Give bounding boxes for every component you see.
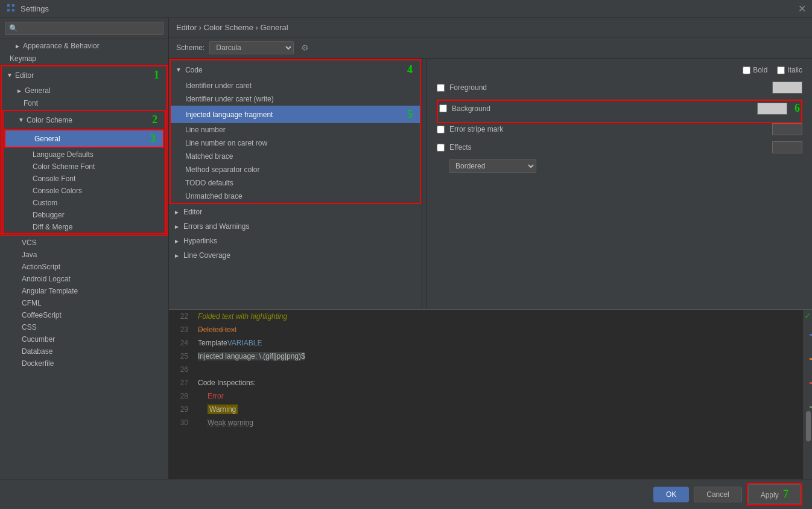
bold-checkbox[interactable] [743, 66, 750, 74]
sidebar-label-general2: General [34, 135, 60, 143]
arrow-icon: ► [14, 43, 21, 50]
effects-row: Effects [437, 141, 802, 153]
preview-line-27: 27 Code Inspections: [169, 376, 804, 389]
background-color-swatch[interactable] [757, 103, 787, 115]
preview-folded-text: Folded text with highlighting [198, 312, 287, 321]
effects-dropdown[interactable]: Bordered Underscored Bold Underscored Un… [449, 159, 536, 173]
error-stripe-color-swatch[interactable] [772, 123, 802, 135]
color-item-identifier-caret[interactable]: Identifier under caret [171, 79, 420, 92]
sidebar-item-colorscheme[interactable]: ▼ Color Scheme 2 [4, 111, 165, 129]
scrollbar-marker-red [810, 382, 812, 384]
bold-label: Bold [753, 66, 767, 74]
background-label: Background [452, 104, 752, 113]
scheme-select[interactable]: Darcula Default High Contrast [209, 41, 294, 54]
sidebar-label-diffmerge: Diff & Merge [33, 223, 72, 231]
close-button[interactable]: ✕ [798, 3, 806, 14]
italic-checkbox[interactable] [777, 66, 785, 74]
sidebar-item-general-selected[interactable]: General 3 [5, 130, 163, 147]
sidebar-item-css[interactable]: CSS [0, 321, 168, 333]
sidebar-item-actionscript[interactable]: ActionScript [0, 261, 168, 273]
line-num-26: 26 [174, 365, 188, 374]
color-item-method-separator[interactable]: Method separator color [171, 163, 420, 176]
error-stripe-label: Error stripe mark [449, 125, 767, 133]
cancel-button[interactable]: Cancel [694, 487, 741, 502]
sidebar-item-coffeescript[interactable]: CoffeeScript [0, 309, 168, 321]
sidebar-item-diffmerge[interactable]: Diff & Merge [4, 221, 165, 233]
sidebar-label-consolecolors: Console Colors [33, 187, 82, 195]
sidebar-item-keymap[interactable]: Keymap [0, 53, 168, 65]
sidebar-label-custom: Custom [33, 199, 57, 207]
sidebar-label-database: Database [22, 347, 52, 356]
color-item-linenumber-caret[interactable]: Line number on caret row [171, 136, 420, 150]
arrow-icon-linecoverage: ► [174, 252, 180, 259]
sidebar-item-consolefont[interactable]: Console Font [4, 173, 165, 185]
sidebar-item-debugger[interactable]: Debugger [4, 209, 165, 221]
sidebar-item-cssfont[interactable]: Color Scheme Font [4, 161, 165, 173]
color-item-matched-brace[interactable]: Matched brace [171, 150, 420, 163]
line-num-24: 24 [174, 339, 188, 347]
svg-rect-3 [12, 9, 14, 11]
color-list-linecoverage-label: Line Coverage [183, 251, 230, 260]
preview-template-var: VARIABLE [227, 339, 262, 347]
settings-sidebar: ► Appearance & Behavior Keymap ▼ Editor … [0, 18, 169, 479]
arrow-icon-editor-list: ► [174, 209, 180, 216]
color-list-errors-header[interactable]: ► Errors and Warnings [169, 219, 422, 234]
preview-error-text: Error [208, 392, 224, 400]
annotation-3: 3 [150, 132, 156, 145]
sidebar-label-general: General [25, 86, 51, 95]
color-item-linenumber[interactable]: Line number [171, 123, 420, 136]
preview-area: 22 Folded text with highlighting 23 Dele… [169, 310, 804, 479]
search-input[interactable] [5, 22, 163, 35]
effects-dropdown-row: Bordered Underscored Bold Underscored Un… [437, 159, 802, 173]
sidebar-label-java: Java [22, 251, 37, 259]
color-item-injected[interactable]: Injected language fragment 5 [171, 106, 420, 123]
sidebar-item-dockerfile[interactable]: Dockerfile [0, 357, 168, 370]
line-num-22: 22 [174, 312, 188, 321]
sidebar-item-cfml[interactable]: CFML [0, 297, 168, 309]
sidebar-item-font[interactable]: Font [2, 97, 167, 109]
arrow-icon-editor: ▼ [7, 72, 13, 78]
sidebar-item-cucumber[interactable]: Cucumber [0, 333, 168, 345]
foreground-label: Foreground [449, 83, 767, 92]
ok-button[interactable]: OK [653, 487, 689, 502]
sidebar-item-editor[interactable]: ▼ Editor 1 [2, 66, 167, 84]
apply-button[interactable]: Apply 7 [748, 484, 801, 504]
line-num-28: 28 [174, 392, 188, 400]
sidebar-item-androidlogcat[interactable]: Android Logcat [0, 273, 168, 285]
line-num-29: 29 [174, 405, 188, 414]
error-stripe-checkbox[interactable] [437, 126, 445, 133]
list-scrollbar [422, 59, 427, 309]
color-list-code-header[interactable]: ▼ Code 4 [171, 60, 420, 79]
effects-checkbox[interactable] [437, 144, 445, 152]
scrollbar-thumb[interactable] [806, 411, 811, 441]
title-bar: Settings ✕ [0, 0, 812, 18]
sidebar-item-database[interactable]: Database [0, 345, 168, 357]
color-list-hyperlinks-header[interactable]: ► Hyperlinks [169, 234, 422, 248]
sidebar-item-appearance[interactable]: ► Appearance & Behavior [0, 39, 168, 53]
preview-line-23: 23 Deleted text [169, 323, 804, 336]
foreground-color-swatch[interactable] [772, 82, 802, 94]
sidebar-item-java[interactable]: Java [0, 249, 168, 261]
foreground-checkbox[interactable] [437, 84, 445, 92]
color-list-linecoverage-header[interactable]: ► Line Coverage [169, 248, 422, 263]
color-item-identifier-caret-write[interactable]: Identifier under caret (write) [171, 92, 420, 106]
effects-color-swatch[interactable] [772, 141, 802, 153]
sidebar-item-vcs[interactable]: VCS [0, 237, 168, 249]
color-list-editor-header[interactable]: ► Editor [169, 205, 422, 219]
scheme-gear-button[interactable]: ⚙ [299, 42, 311, 54]
sidebar-label-debugger: Debugger [33, 211, 65, 219]
sidebar-label-actionscript: ActionScript [22, 263, 60, 271]
preview-injected-text: Injected language: \.(gif|jpg|png)$ [198, 352, 305, 360]
sidebar-item-custom[interactable]: Custom [4, 197, 165, 209]
sidebar-item-angulartemplate[interactable]: Angular Template [0, 285, 168, 297]
sidebar-item-langdefaults[interactable]: Language Defaults [4, 149, 165, 161]
color-item-unmatched-brace[interactable]: Unmatched brace [171, 190, 420, 203]
preview-line-24: 24 Template VARIABLE [169, 336, 804, 350]
color-item-todo[interactable]: TODO defaults [171, 176, 420, 190]
preview-line-28: 28 Error [169, 389, 804, 403]
background-checkbox[interactable] [439, 104, 447, 112]
sidebar-label-coffeescript: CoffeeScript [22, 311, 62, 319]
sidebar-item-consolecolors[interactable]: Console Colors [4, 185, 165, 197]
sidebar-item-general-editor[interactable]: ► General [2, 84, 167, 97]
checkmark-icon: ✓ [804, 311, 811, 321]
